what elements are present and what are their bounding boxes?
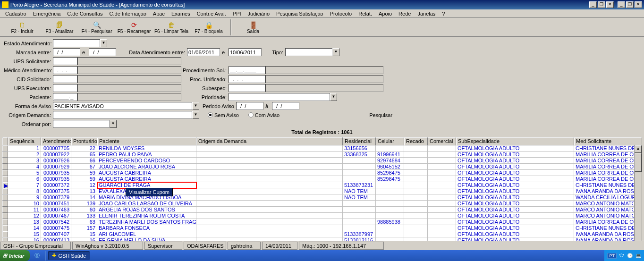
menu-item-cadastro[interactable]: Cadastro <box>2 10 30 17</box>
grid-cell[interactable] <box>343 158 376 164</box>
menu-item-ppi[interactable]: PPI <box>229 10 245 17</box>
grid-cell[interactable] <box>196 225 343 231</box>
grid-cell[interactable] <box>428 188 456 194</box>
grid-cell[interactable] <box>404 182 428 188</box>
f7-bloqueia-button[interactable]: 🔒F7 - Bloqueia <box>190 19 227 36</box>
restore-button[interactable]: ❐ <box>626 1 634 8</box>
column-header-celular[interactable]: Celular <box>376 137 404 145</box>
grid-cell[interactable]: 000007935 <box>41 170 71 176</box>
ordenar-dropdown-icon[interactable]: ▼ <box>110 120 117 128</box>
paciente-code-input[interactable] <box>53 93 77 101</box>
grid-cell[interactable]: AUGUSTA CABREIRA <box>97 176 196 182</box>
context-menu-visualizar-cupom[interactable]: Visualizar Cupom <box>126 188 173 196</box>
grid-cell[interactable]: 000007705 <box>41 145 71 152</box>
forma-aviso-input[interactable] <box>53 102 192 110</box>
grid-cell[interactable]: OFTALMOLOGIA ADULTO <box>456 164 574 170</box>
column-header-sequncia[interactable]: Sequência <box>8 137 41 145</box>
tipo-input[interactable] <box>285 48 332 56</box>
column-header-paciente[interactable]: Paciente <box>97 137 196 145</box>
vertical-scrollbar[interactable]: ▲ ▼ <box>634 145 642 253</box>
grid-cell[interactable]: PEDRO PAULO PAIVA <box>97 152 196 158</box>
grid-cell[interactable] <box>376 188 404 194</box>
grid-cell[interactable]: OFTALMOLOGIA ADULTO <box>456 152 574 158</box>
medico-code-input[interactable] <box>53 66 77 74</box>
grid-cell[interactable] <box>428 201 456 207</box>
scroll-up-icon[interactable]: ▲ <box>635 145 642 153</box>
column-header-comercial[interactable]: Comercial <box>428 137 456 145</box>
grid-cell[interactable] <box>428 207 456 213</box>
grid-cell[interactable] <box>196 170 343 176</box>
row-marker[interactable] <box>2 225 8 231</box>
grid-cell[interactable]: OFTALMOLOGIA ADULTO <box>456 201 574 207</box>
prioridade-input[interactable] <box>229 93 330 101</box>
menu-item-emergncia[interactable]: Emergência <box>30 10 64 17</box>
grid-cell[interactable]: JOAO CARLOS LARSAO DE OLIVEIRA <box>97 201 196 207</box>
grid-cell[interactable]: 67 <box>71 164 97 170</box>
grid-cell[interactable]: MARILIA CORREA DE CORRE <box>574 170 642 176</box>
tray-network-icon[interactable]: 💻 <box>636 253 641 258</box>
grid-cell[interactable]: 15 <box>8 231 41 237</box>
marcada-de-input[interactable] <box>53 48 80 56</box>
grid-cell[interactable] <box>376 201 404 207</box>
grid-cell[interactable]: CHRISTIANE NUNES DE FRE <box>574 225 642 231</box>
grid-cell[interactable] <box>428 194 456 201</box>
grid-cell[interactable] <box>196 182 343 188</box>
origem-input[interactable] <box>53 111 192 119</box>
grid-cell[interactable] <box>343 219 376 225</box>
grid-cell[interactable]: 91996941 <box>376 152 404 158</box>
saida-button[interactable]: 🚪Saída <box>235 19 271 36</box>
row-marker[interactable] <box>2 145 8 152</box>
column-header-recado[interactable]: Recado <box>404 137 428 145</box>
row-marker[interactable] <box>2 194 8 201</box>
grid-cell[interactable] <box>428 231 456 237</box>
grid-cell[interactable]: 000007935 <box>41 176 71 182</box>
ordenar-input[interactable] <box>53 120 110 128</box>
grid-cell[interactable]: 85298475 <box>376 176 404 182</box>
menu-item-relat[interactable]: Relat. <box>355 10 375 17</box>
row-marker[interactable] <box>2 152 8 158</box>
grid-cell[interactable]: MARCO ANTONIO MATOS DE <box>574 207 642 213</box>
cid-code-input[interactable] <box>53 75 77 83</box>
grid-cell[interactable] <box>376 194 404 201</box>
grid-cell[interactable]: 2 <box>8 152 41 158</box>
grid-cell[interactable]: MARILIA CORREA DE CORRE <box>574 219 642 225</box>
grid-cell[interactable]: 59 <box>71 170 97 176</box>
menu-item-protocolo[interactable]: Protocolo <box>327 10 355 17</box>
grid-cell[interactable]: ELENIR TEREZINHA ROLIM COSTA <box>97 213 196 219</box>
grid-cell[interactable]: RENILDA MOYSES <box>97 145 196 152</box>
proc-unif-code-input[interactable] <box>229 75 265 83</box>
grid-cell[interactable]: 63 <box>71 219 97 225</box>
grid-cell[interactable]: OFTALMOLOGIA ADULTO <box>456 213 574 219</box>
grid-cell[interactable]: 5133873231 <box>343 182 376 188</box>
grid-cell[interactable] <box>196 164 343 170</box>
row-marker[interactable] <box>2 176 8 182</box>
column-header-origemdademanda[interactable]: Origem da Demanda <box>196 137 343 145</box>
grid-cell[interactable] <box>196 145 343 152</box>
grid-cell[interactable]: OFTALMOLOGIA ADULTO <box>456 231 574 237</box>
grid-cell[interactable] <box>376 207 404 213</box>
f4-pesquisar-button[interactable]: 🔍F4 - Pesquisar <box>78 19 115 36</box>
grid-cell[interactable] <box>404 213 428 219</box>
marcada-ate-input[interactable] <box>89 48 116 56</box>
f6-limpar-button[interactable]: 🗑F6 - Limpar Tela <box>153 19 190 36</box>
start-button[interactable]: ⊞Iniciar <box>0 250 30 261</box>
grid-cell[interactable]: 22 <box>71 145 97 152</box>
grid-cell[interactable]: NAO TEM <box>343 188 376 194</box>
grid-cell[interactable]: MARCO ANTONIO MATOS DE <box>574 213 642 219</box>
column-header-pronturio[interactable]: Prontuário <box>71 137 97 145</box>
grid-cell[interactable]: MARILIA CORREA DE CORRE <box>574 152 642 158</box>
menu-item-pesquisasatisfao[interactable]: Pesquisa Satisfação <box>273 10 327 17</box>
menu-item-contreaval[interactable]: Contr.e Aval. <box>194 10 229 17</box>
grid-cell[interactable]: 7 <box>8 182 41 188</box>
menu-item-cdeinternao[interactable]: C.de Internação <box>106 10 150 17</box>
grid-cell[interactable] <box>376 145 404 152</box>
inner-close-button[interactable]: ✕ <box>606 1 614 8</box>
grid-cell[interactable]: AUGUSTA CABREIRA <box>97 170 196 176</box>
grid-cell[interactable] <box>404 164 428 170</box>
pesquisar-button[interactable]: Pesquisar <box>369 112 392 118</box>
grid-cell[interactable]: BARBARA FONSECA <box>97 225 196 231</box>
grid-cell[interactable]: MARILIA CORREA DE CORRE <box>574 158 642 164</box>
grid-cell[interactable]: 98885938 <box>376 219 404 225</box>
forma-dropdown-icon[interactable]: ▼ <box>192 102 199 110</box>
tray-volume-icon[interactable]: 🕒 <box>627 253 633 258</box>
